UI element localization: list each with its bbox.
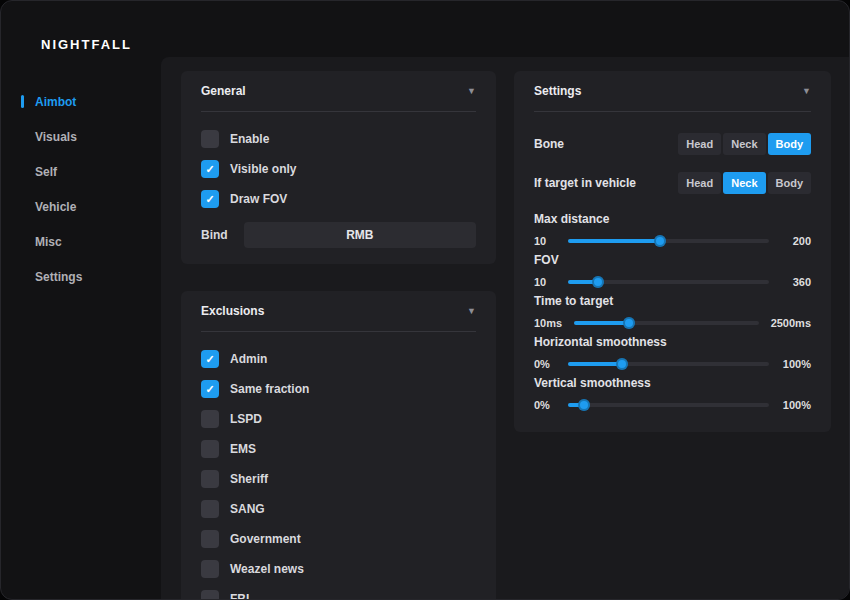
slider-handle[interactable] <box>654 235 666 247</box>
slider-fov: FOV10360 <box>534 253 811 289</box>
slider-handle[interactable] <box>592 276 604 288</box>
checkbox-row-visible-only[interactable]: ✓Visible only <box>201 154 476 184</box>
sidebar-item-visuals[interactable]: Visuals <box>1 119 161 154</box>
checkbox-checked[interactable]: ✓ <box>201 380 219 398</box>
segment-option-body[interactable]: Body <box>768 133 812 155</box>
checkbox-unchecked[interactable] <box>201 560 219 578</box>
sidebar-item-settings[interactable]: Settings <box>1 259 161 294</box>
slider-label: Time to target <box>534 294 811 308</box>
bind-row: Bind RMB <box>201 222 476 248</box>
sidebar-item-self[interactable]: Self <box>1 154 161 189</box>
app-window: NIGHTFALL AimbotVisualsSelfVehicleMiscSe… <box>0 0 850 600</box>
checkbox-row-government[interactable]: Government <box>201 524 476 554</box>
checkbox-unchecked[interactable] <box>201 410 219 428</box>
sidebar-item-label: Self <box>35 165 57 179</box>
checkbox-unchecked[interactable] <box>201 130 219 148</box>
active-indicator <box>21 200 24 213</box>
slider-track[interactable] <box>568 362 769 366</box>
slider-track[interactable] <box>574 321 758 325</box>
panel-title: General <box>201 84 246 98</box>
app-title: NIGHTFALL <box>1 1 161 52</box>
panel-exclusions: Exclusions ▼ ✓Admin✓Same fractionLSPDEMS… <box>181 291 496 600</box>
sidebar-item-label: Settings <box>35 270 82 284</box>
chevron-down-icon[interactable]: ▼ <box>467 86 476 96</box>
bind-label: Bind <box>201 228 228 242</box>
panel-settings: Settings ▼ BoneHeadNeckBodyIf target in … <box>514 71 831 432</box>
segment-option-neck[interactable]: Neck <box>723 172 765 194</box>
checkbox-row-weazel-news[interactable]: Weazel news <box>201 554 476 584</box>
active-indicator <box>21 130 24 143</box>
checkbox-row-fbi[interactable]: FBI <box>201 584 476 600</box>
checkbox-row-same-fraction[interactable]: ✓Same fraction <box>201 374 476 404</box>
divider <box>534 111 811 112</box>
checkbox-row-ems[interactable]: EMS <box>201 434 476 464</box>
bind-button[interactable]: RMB <box>244 222 476 248</box>
panel-general: General ▼ Enable✓Visible only✓Draw FOV B… <box>181 71 496 264</box>
checkbox-unchecked[interactable] <box>201 470 219 488</box>
panel-exclusions-header[interactable]: Exclusions ▼ <box>201 291 476 331</box>
checkbox-unchecked[interactable] <box>201 440 219 458</box>
divider <box>201 111 476 112</box>
slider-track[interactable] <box>568 403 769 407</box>
divider <box>201 331 476 332</box>
slider-max-value: 100% <box>781 358 811 370</box>
sidebar-item-label: Misc <box>35 235 62 249</box>
segment-label: If target in vehicle <box>534 176 636 190</box>
checkbox-label: Same fraction <box>230 382 309 396</box>
active-indicator <box>21 165 24 178</box>
checkbox-checked[interactable]: ✓ <box>201 350 219 368</box>
sidebar-item-vehicle[interactable]: Vehicle <box>1 189 161 224</box>
sidebar-item-aimbot[interactable]: Aimbot <box>1 84 161 119</box>
slider-handle[interactable] <box>616 358 628 370</box>
slider-handle[interactable] <box>623 317 635 329</box>
exclusions-checkbox-list: ✓Admin✓Same fractionLSPDEMSSheriffSANGGo… <box>201 344 476 600</box>
checkbox-row-enable[interactable]: Enable <box>201 124 476 154</box>
slider-label: Max distance <box>534 212 811 226</box>
slider-track[interactable] <box>568 280 769 284</box>
segment-option-head[interactable]: Head <box>678 133 721 155</box>
slider-min-value: 0% <box>534 358 556 370</box>
checkbox-unchecked[interactable] <box>201 500 219 518</box>
segment-option-body[interactable]: Body <box>768 172 812 194</box>
active-indicator <box>21 235 24 248</box>
chevron-down-icon[interactable]: ▼ <box>802 86 811 96</box>
main-content: General ▼ Enable✓Visible only✓Draw FOV B… <box>161 57 849 599</box>
segment-group: HeadNeckBody <box>678 133 811 155</box>
slider-row: 10200 <box>534 234 811 248</box>
segment-group: HeadNeckBody <box>678 172 811 194</box>
panel-title: Exclusions <box>201 304 264 318</box>
slider-min-value: 10ms <box>534 317 562 329</box>
general-checkbox-list: Enable✓Visible only✓Draw FOV <box>201 124 476 214</box>
checkbox-unchecked[interactable] <box>201 590 219 600</box>
slider-horizontal-smoothness: Horizontal smoothness0%100% <box>534 335 811 371</box>
checkbox-checked[interactable]: ✓ <box>201 160 219 178</box>
checkbox-row-draw-fov[interactable]: ✓Draw FOV <box>201 184 476 214</box>
checkbox-row-lspd[interactable]: LSPD <box>201 404 476 434</box>
checkbox-row-sheriff[interactable]: Sheriff <box>201 464 476 494</box>
checkbox-checked[interactable]: ✓ <box>201 190 219 208</box>
sidebar-item-label: Visuals <box>35 130 77 144</box>
slider-max-value: 2500ms <box>771 317 811 329</box>
slider-track[interactable] <box>568 239 769 243</box>
slider-handle[interactable] <box>578 399 590 411</box>
segment-label: Bone <box>534 137 564 151</box>
sidebar: NIGHTFALL AimbotVisualsSelfVehicleMiscSe… <box>1 1 161 599</box>
panel-settings-header[interactable]: Settings ▼ <box>534 71 811 111</box>
checkbox-unchecked[interactable] <box>201 530 219 548</box>
sidebar-item-misc[interactable]: Misc <box>1 224 161 259</box>
segment-option-head[interactable]: Head <box>678 172 721 194</box>
checkbox-label: Weazel news <box>230 562 304 576</box>
segment-option-neck[interactable]: Neck <box>723 133 765 155</box>
slider-label: Vertical smoothness <box>534 376 811 390</box>
chevron-down-icon[interactable]: ▼ <box>467 306 476 316</box>
panel-general-header[interactable]: General ▼ <box>201 71 476 111</box>
checkbox-label: SANG <box>230 502 265 516</box>
checkbox-row-sang[interactable]: SANG <box>201 494 476 524</box>
active-indicator <box>21 95 24 108</box>
sidebar-item-label: Aimbot <box>35 95 76 109</box>
checkbox-label: Admin <box>230 352 267 366</box>
slider-fill <box>574 321 629 325</box>
settings-sliders: Max distance10200FOV10360Time to target1… <box>534 212 811 412</box>
checkbox-row-admin[interactable]: ✓Admin <box>201 344 476 374</box>
sidebar-item-label: Vehicle <box>35 200 76 214</box>
